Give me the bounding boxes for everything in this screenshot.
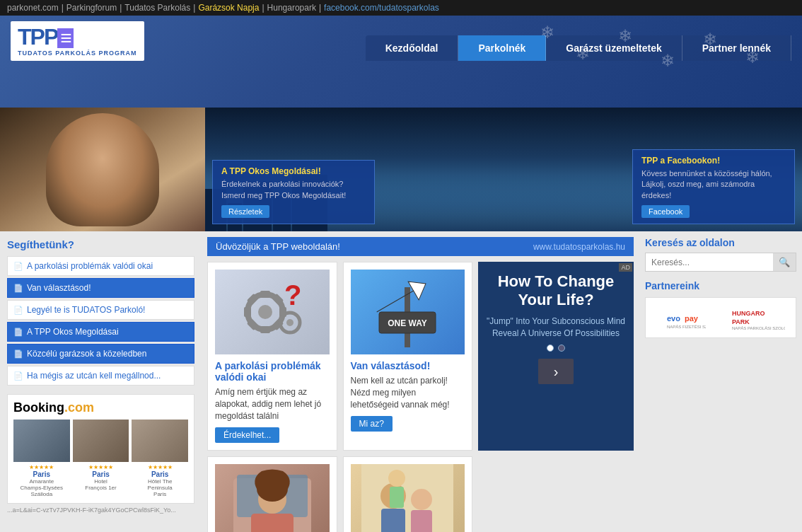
svg-text:evo: evo xyxy=(667,314,680,323)
card-2-text: Nem kell az utcán parkolj! Nézd meg mily… xyxy=(351,375,465,410)
svg-rect-22 xyxy=(361,464,453,532)
evopay-logo: evo pay NAPÁS FIZETÉSI SZOLGÁLTATÓ xyxy=(651,303,718,332)
sidebar-title: Segíthetünk? xyxy=(7,238,194,250)
svg-text:PARK: PARK xyxy=(732,318,750,325)
ad-dot-1[interactable] xyxy=(547,345,554,352)
pipe-2: | xyxy=(120,3,122,13)
svg-rect-24 xyxy=(381,509,405,532)
left-sidebar: Segíthetünk? A parkolási problémák valód… xyxy=(0,231,202,532)
booking-ad: Booking.com ★★★★★ Paris AmaranteChamps-E… xyxy=(7,394,194,504)
hotel-card-1[interactable]: ★★★★★ Paris AmaranteChamps-ElyséesSzállo… xyxy=(13,420,70,497)
hero-infobox-fb-btn[interactable]: Facebook xyxy=(641,205,690,218)
nav-item-garazst[interactable]: Garázst üzemeltetek xyxy=(546,35,682,61)
header: TPP≡ TUDATOS PARKOLÁS PROGRAM ❄ ❄ ❄ ❄ ❄ … xyxy=(0,16,802,108)
partners-logos: evo pay NAPÁS FIZETÉSI SZOLGÁLTATÓ HUNGA… xyxy=(645,297,796,338)
lady-svg xyxy=(226,464,318,532)
search-section: Keresés az oldalon 🔍 xyxy=(645,237,796,272)
gears-svg: ? xyxy=(233,273,311,351)
sidebar-link-2[interactable]: Van választásod! xyxy=(7,278,194,298)
right-sidebar: Keresés az oldalon 🔍 Partnereink evo pay… xyxy=(639,231,802,532)
topbar-link-tudatos[interactable]: Tudatos Parkolás xyxy=(124,3,190,13)
hotel-card-3[interactable]: ★★★★★ Paris Hôtel ThePeninsulaParis xyxy=(132,420,188,497)
search-btn[interactable]: 🔍 xyxy=(773,253,796,271)
sidebar-link-1[interactable]: A parkolási problémák valódi okai xyxy=(7,256,194,276)
hotel-img-1 xyxy=(13,420,70,462)
ad-quote: "Jump" Into Your Subconscious Mind Revea… xyxy=(487,316,625,340)
pipe-3: | xyxy=(193,3,195,13)
topbar-link-garazsok[interactable]: Garázsok Napja xyxy=(198,3,259,13)
hero-city-image: A TPP Okos Megoldásai! Érdekelnek a park… xyxy=(205,108,802,231)
svg-text:pay: pay xyxy=(685,314,699,323)
ad-url-bar: ...a=L&ai=C-vzTv7JPVKH-F-iK7gak4YGoCPCwl… xyxy=(7,507,194,514)
sidebar-link-3[interactable]: Legyél te is TUDATOS Parkoló! xyxy=(7,300,194,320)
logo-link[interactable]: TPP≡ TUDATOS PARKOLÁS PROGRAM xyxy=(11,47,144,57)
sidebar-link-4[interactable]: A TPP Okos Megoldásai xyxy=(7,322,194,342)
ad-dot-2[interactable] xyxy=(558,345,565,352)
sidebar-link-6[interactable]: Ha mégis az utcán kell megállnod... xyxy=(7,366,194,386)
svg-text:HUNGARO: HUNGARO xyxy=(732,310,765,317)
hero-infobox-fb-title: TPP a Facebookon! xyxy=(641,156,786,166)
svg-text:NAPÁS FIZETÉSI SZOLGÁLTATÓ: NAPÁS FIZETÉSI SZOLGÁLTATÓ xyxy=(667,325,706,329)
search-input[interactable] xyxy=(646,253,773,271)
nav-item-home[interactable]: Kezdőoldal xyxy=(366,35,459,61)
hungaropark-svg: HUNGARO PARK NAPÁS PARKOLÁSI SZOLGÁLTATÓ xyxy=(728,306,785,330)
hotel-name-1: Paris xyxy=(13,470,70,478)
pipe-5: | xyxy=(319,3,321,13)
welcome-text: Üdvözöljük a TPP weboldalán! xyxy=(216,241,340,252)
hero-infobox-fb-text: Kövess bennünket a közösségi hálón, Lájk… xyxy=(641,168,786,201)
card-van-valasztasod: ONE WAY Van választásod! Nem kell az utc… xyxy=(343,262,473,451)
svg-rect-20 xyxy=(251,514,294,532)
hero-infobox-tpp-btn[interactable]: Részletek xyxy=(221,205,269,218)
card-family-image xyxy=(351,464,465,532)
hotel-stars-1: ★★★★★ xyxy=(13,464,70,470)
nav-item-partner[interactable]: Partner lennék xyxy=(682,35,791,61)
card-1-title: A parkolási problémák valódi okai xyxy=(215,360,330,383)
hero-section: A TPP Okos Megoldásai! Érdekelnek a park… xyxy=(0,108,802,231)
nav-item-parkolnek[interactable]: Parkolnék xyxy=(458,35,546,61)
svg-point-25 xyxy=(411,489,432,510)
hotel-stars-3: ★★★★★ xyxy=(132,464,188,470)
card-1-text: Amíg nem értjük meg az alapokat, addig n… xyxy=(215,386,330,422)
topbar-link-parkingforum[interactable]: Parkingforum xyxy=(66,3,117,13)
welcome-bar: Üdvözöljük a TPP weboldalán! www.tudatos… xyxy=(207,237,634,256)
ad-placeholder xyxy=(478,456,634,532)
card-1-btn[interactable]: Érdekelhet... xyxy=(215,427,279,443)
topbar-link-hungaropark[interactable]: Hungaropark xyxy=(267,3,316,13)
card-signs-image: ONE WAY xyxy=(351,270,465,354)
cards-row-2 xyxy=(207,456,634,532)
hotel-sub-1: AmaranteChamps-ElyséesSzálloda xyxy=(13,478,70,497)
booking-brand: Booking.com xyxy=(13,400,188,415)
svg-rect-26 xyxy=(411,510,432,532)
snowflakes-decoration: ❄ ❄ ❄ ❄ ❄ ❄ xyxy=(519,16,802,108)
topbar-link-facebook[interactable]: facebook.com/tudatosparkolas xyxy=(324,3,439,13)
hero-car-image xyxy=(0,108,205,231)
pipe-4: | xyxy=(262,3,264,13)
svg-rect-6 xyxy=(260,326,270,333)
topbar-link-parkonet[interactable]: parkonet.com xyxy=(7,3,59,13)
svg-point-27 xyxy=(388,470,405,487)
card-parking-problems: ? A parkolási problémák valódi okai Amíg… xyxy=(207,262,337,451)
ad-dots xyxy=(487,345,625,352)
card-2-btn[interactable]: Mi az? xyxy=(351,416,393,432)
hero-infobox-tpp: A TPP Okos Megoldásai! Érdekelnek a park… xyxy=(212,160,375,224)
hero-infobox-tpp-title: A TPP Okos Megoldásai! xyxy=(221,166,366,176)
family-svg xyxy=(361,464,453,532)
card-gears-image: ? xyxy=(215,270,330,354)
card-2-title: Van választásod! xyxy=(351,360,465,371)
ad-arrow-btn[interactable]: › xyxy=(538,359,574,384)
logo-letters: TPP≡ xyxy=(18,25,137,48)
main-nav: Kezdőoldal Parkolnék Garázst üzemeltetek… xyxy=(366,35,791,61)
svg-rect-8 xyxy=(244,307,251,317)
card-lady-driving xyxy=(207,456,337,532)
topbar: parkonet.com | Parkingforum | Tudatos Pa… xyxy=(0,0,802,16)
main-content: Üdvözöljük a TPP weboldalán! www.tudatos… xyxy=(202,231,639,532)
hotel-card-2[interactable]: ★★★★★ Paris HotelFrançois 1er xyxy=(73,420,129,497)
svg-rect-28 xyxy=(390,487,404,508)
pipe-1: | xyxy=(62,3,64,13)
site-url: www.tudatosparkolas.hu xyxy=(533,242,625,252)
svg-point-12 xyxy=(286,319,294,326)
sidebar-link-5[interactable]: Közcélú garázsok a közeledben xyxy=(7,344,194,364)
hotel-sub-3: Hôtel ThePeninsulaParis xyxy=(132,478,188,497)
ad-banner: AD How To Change Your Life? "Jump" Into … xyxy=(478,262,634,451)
hotel-img-3 xyxy=(132,420,188,462)
